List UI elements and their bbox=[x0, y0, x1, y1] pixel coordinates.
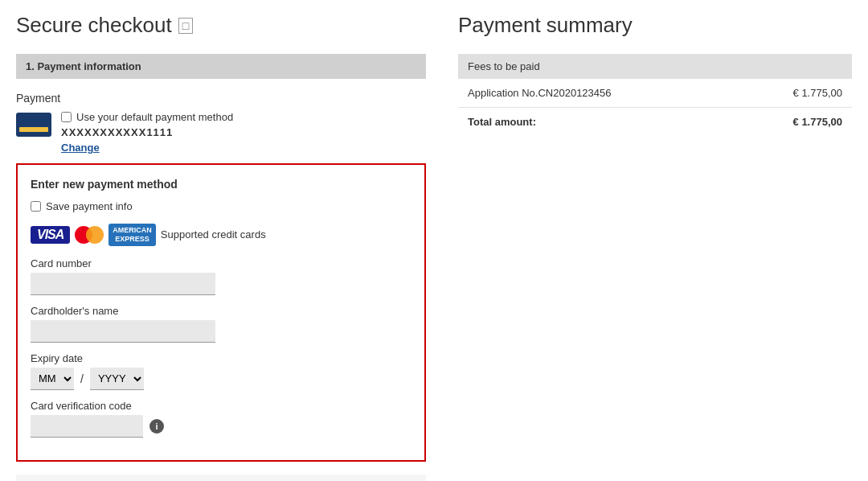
cardholder-input[interactable] bbox=[31, 320, 215, 343]
default-payment-info: Use your default payment method XXXXXXXX… bbox=[61, 111, 233, 154]
expiry-label: Expiry date bbox=[31, 352, 411, 364]
cardholder-label: Cardholder's name bbox=[31, 305, 411, 317]
section-header: 1. Payment information bbox=[16, 54, 426, 79]
new-payment-box: Enter new payment method Save payment in… bbox=[16, 163, 426, 462]
card-logos-row: VISA AMERICANEXPRESS Supported credit ca… bbox=[31, 224, 411, 246]
save-payment-checkbox[interactable] bbox=[31, 201, 41, 212]
supported-credit-cards-label: Supported credit cards bbox=[161, 228, 266, 240]
payment-summary-table: Fees to be paid Application No.CN2020123… bbox=[458, 54, 852, 136]
payment-label: Payment bbox=[16, 92, 426, 105]
bottom-buttons: Submit Cancel bbox=[16, 475, 426, 481]
amex-logo: AMERICANEXPRESS bbox=[108, 224, 156, 246]
total-amount: € 1.775,00 bbox=[735, 108, 852, 137]
default-payment-checkbox-label[interactable]: Use your default payment method bbox=[61, 111, 233, 123]
application-label: Application No.CN2020123456 bbox=[458, 79, 735, 108]
expiry-row: MM 010203 040506 070809 101112 / YYYY 20… bbox=[31, 368, 411, 390]
left-column: Secure checkout □ 1. Payment information… bbox=[16, 13, 426, 481]
expiry-month-select[interactable]: MM 010203 040506 070809 101112 bbox=[31, 368, 74, 390]
cvv-info-icon[interactable]: i bbox=[149, 419, 164, 434]
total-label: Total amount: bbox=[458, 108, 735, 137]
cvv-field: Card verification code i bbox=[31, 400, 411, 438]
fees-header-row: Fees to be paid bbox=[458, 54, 852, 79]
total-row: Total amount: € 1.775,00 bbox=[458, 108, 852, 137]
payment-summary-title: Payment summary bbox=[458, 13, 852, 38]
info-icon[interactable]: □ bbox=[178, 18, 193, 34]
expiry-year-select[interactable]: YYYY 202420252026 202720282029 2030 bbox=[90, 368, 144, 390]
visa-logo: VISA bbox=[31, 226, 70, 244]
default-payment-checkbox[interactable] bbox=[61, 112, 72, 122]
new-payment-title: Enter new payment method bbox=[31, 178, 411, 191]
card-number-label: Card number bbox=[31, 257, 411, 269]
change-link[interactable]: Change bbox=[61, 142, 233, 154]
cvv-input[interactable] bbox=[31, 415, 143, 438]
fees-header-cell: Fees to be paid bbox=[458, 54, 852, 79]
expiry-separator: / bbox=[80, 372, 84, 385]
masked-card-number: XXXXXXXXXXX1111 bbox=[61, 126, 233, 138]
mastercard-logo bbox=[75, 225, 104, 245]
card-number-input[interactable] bbox=[31, 273, 215, 295]
cardholder-field: Cardholder's name bbox=[31, 305, 411, 343]
application-row: Application No.CN2020123456 € 1.775,00 bbox=[458, 79, 852, 108]
right-column: Payment summary Fees to be paid Applicat… bbox=[458, 13, 852, 481]
application-amount: € 1.775,00 bbox=[735, 79, 852, 108]
page-title: Secure checkout □ bbox=[16, 13, 426, 38]
save-payment-row[interactable]: Save payment info bbox=[31, 200, 411, 212]
card-number-field: Card number bbox=[31, 257, 411, 295]
cvv-label: Card verification code bbox=[31, 400, 411, 412]
expiry-field: Expiry date MM 010203 040506 070809 1011… bbox=[31, 352, 411, 390]
card-icon bbox=[16, 113, 51, 137]
default-payment-row: Use your default payment method XXXXXXXX… bbox=[16, 111, 426, 154]
cvv-row: i bbox=[31, 415, 411, 438]
